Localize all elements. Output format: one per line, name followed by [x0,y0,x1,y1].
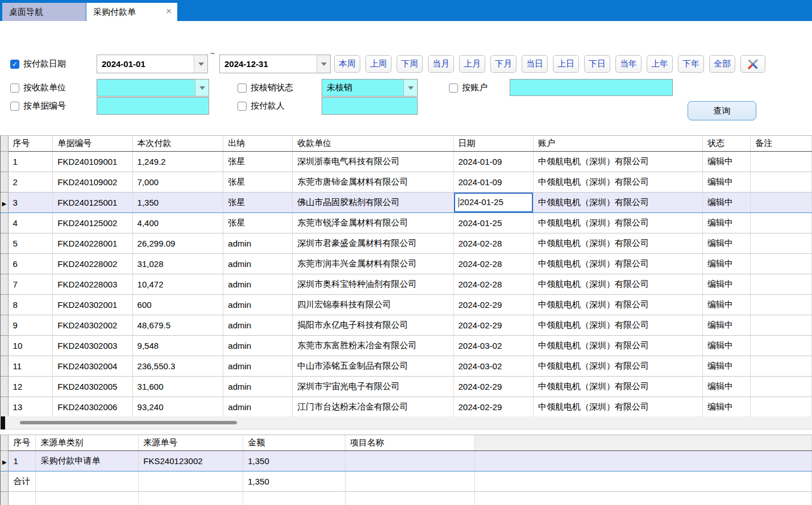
row-indicator-cell[interactable] [1,151,8,172]
quick-range-button[interactable]: 下年 [678,55,704,73]
quick-range-button[interactable]: 本周 [334,55,360,73]
table-cell[interactable]: admin [223,315,293,335]
table-cell[interactable]: 31,028 [132,253,223,274]
row-indicator-cell[interactable] [1,315,8,335]
table-cell[interactable]: FKD240109002 [53,172,132,192]
table-cell[interactable]: 深圳市奥科宝特种油剂有限公司 [293,274,453,294]
table-cell[interactable]: 31,600 [132,376,223,397]
column-header[interactable]: 账户 [533,136,702,151]
table-cell[interactable]: 张星 [223,151,293,172]
quick-range-button[interactable]: 当年 [615,55,642,73]
table-cell[interactable] [751,397,812,416]
payer-input[interactable] [322,97,418,115]
table-row[interactable]: 7FKD24022800310,472admin深圳市奥科宝特种油剂有限公司20… [1,274,812,294]
table-cell[interactable]: 3 [8,192,53,212]
chevron-down-icon[interactable] [195,80,209,96]
chevron-down-icon[interactable] [317,55,330,73]
table-cell[interactable]: 9 [8,315,53,335]
table-cell[interactable]: 1,350 [243,450,345,471]
table-cell[interactable]: 93,240 [132,397,223,416]
table-cell[interactable]: 2024-02-28 [453,253,533,274]
quick-range-button[interactable]: 当日 [522,55,548,73]
table-cell[interactable]: 张星 [223,212,293,233]
table-cell[interactable]: FKD240228003 [53,274,132,294]
table-cell[interactable]: 2024-02-29 [453,397,533,416]
table-cell[interactable]: 2024-02-28 [453,274,533,294]
table-cell[interactable]: 中领航电机（深圳）有限公司 [533,212,702,233]
row-indicator-cell[interactable] [1,172,8,192]
table-cell[interactable]: 2024-03-02 [453,335,533,356]
table-cell[interactable]: 东莞市东富胜粉末冶金有限公司 [293,335,453,356]
table-row[interactable]: 1FKD2401090011,249.2张星深圳浙泰电气科技有限公司2024-0… [1,151,812,172]
quick-range-button[interactable]: 下月 [490,55,517,73]
table-cell[interactable] [751,151,812,172]
table-cell[interactable]: 编辑中 [702,397,750,416]
table-cell[interactable]: 13 [8,397,53,416]
table-row[interactable]: 13FKD24030200693,240admin江门市台达粉末冶金有限公司20… [1,397,812,416]
quick-range-button[interactable]: 上年 [647,55,673,73]
column-header[interactable]: 出纳 [223,136,293,151]
table-cell[interactable]: 编辑中 [702,315,750,335]
table-cell[interactable]: 深圳市宇宙光电子有限公司 [293,376,453,397]
table-cell[interactable]: 4 [8,212,53,233]
table-cell[interactable]: 2024-01-09 [453,172,533,192]
table-cell[interactable]: 12 [8,376,53,397]
table-cell[interactable]: 中领航电机（深圳）有限公司 [533,294,702,315]
chevron-down-icon[interactable] [403,80,417,96]
table-cell[interactable]: 编辑中 [702,294,750,315]
row-indicator-cell[interactable] [1,376,8,397]
table-cell[interactable]: 600 [132,294,223,315]
close-tab-icon[interactable]: × [166,5,172,18]
horizontal-scrollbar[interactable] [0,416,812,429]
quick-range-button[interactable]: 上月 [459,55,485,73]
table-cell[interactable]: 中领航电机（深圳）有限公司 [533,274,702,294]
table-cell[interactable]: FKD240109001 [53,151,132,172]
query-button[interactable]: 查询 [688,101,756,120]
table-cell[interactable]: 1 [8,151,53,172]
quick-range-button[interactable]: 全部 [709,55,735,73]
column-header[interactable]: 状态 [702,136,750,151]
column-header[interactable]: 序号 [9,435,36,450]
column-header[interactable]: 单据编号 [53,136,132,151]
table-cell[interactable]: 1,249.2 [132,151,223,172]
table-cell[interactable]: 揭阳市永亿电子科技有限公司 [293,315,453,335]
table-cell[interactable]: 4,400 [132,212,223,233]
table-cell[interactable]: FKD240302006 [53,397,132,416]
scrollbar-thumb[interactable] [20,421,237,424]
table-cell[interactable]: 中领航电机（深圳）有限公司 [533,233,702,253]
table-cell[interactable]: 编辑中 [702,335,750,356]
table-cell[interactable]: 中领航电机（深圳）有限公司 [533,253,702,274]
table-row[interactable]: 4FKD2401250024,400张星东莞市锐泽金属材料有限公司2024-01… [1,212,812,233]
table-cell[interactable]: 中领航电机（深圳）有限公司 [533,151,702,172]
column-header[interactable]: 项目名称 [345,435,475,450]
table-cell[interactable]: admin [223,274,293,294]
table-cell[interactable]: 8 [8,294,53,315]
table-cell[interactable]: admin [223,233,293,253]
table-cell[interactable]: 编辑中 [702,151,750,172]
table-row[interactable]: 9FKD24030200248,679.5admin揭阳市永亿电子科技有限公司2… [1,315,812,335]
table-cell[interactable]: 东莞市润丰兴金属材料有限公司 [293,253,453,274]
table-cell[interactable]: 中领航电机（深圳）有限公司 [533,356,702,376]
table-cell[interactable]: FKD240302002 [53,315,132,335]
table-cell[interactable]: 采购付款申请单 [36,450,139,471]
column-header[interactable]: 金额 [243,435,345,450]
table-row[interactable]: 11FKD240302004236,550.3admin中山市添铭五金制品有限公… [1,356,812,376]
table-row[interactable]: 6FKD24022800231,028admin东莞市润丰兴金属材料有限公司20… [1,253,812,274]
table-cell[interactable]: 中领航电机（深圳）有限公司 [533,172,702,192]
table-cell[interactable]: 6 [8,253,53,274]
payment-date-checkbox[interactable]: ✓ [10,60,19,69]
table-cell[interactable] [751,233,812,253]
column-header[interactable]: 来源单号 [139,435,243,450]
table-cell[interactable]: FKD240228001 [53,233,132,253]
table-cell[interactable] [751,315,812,335]
row-indicator-cell[interactable] [1,212,8,233]
table-cell[interactable]: 编辑中 [702,376,750,397]
table-cell[interactable]: FKS240123002 [139,450,243,471]
column-header[interactable]: 序号 [8,136,53,151]
row-indicator-cell[interactable]: ▶ [1,192,8,212]
table-cell[interactable]: 佛山市晶固胶粘剂有限公司 [293,192,453,212]
table-cell[interactable]: 2024-03-02 [453,356,533,376]
table-cell[interactable]: 编辑中 [702,274,750,294]
doc-number-checkbox[interactable] [10,102,19,111]
row-indicator-cell[interactable] [1,233,8,253]
